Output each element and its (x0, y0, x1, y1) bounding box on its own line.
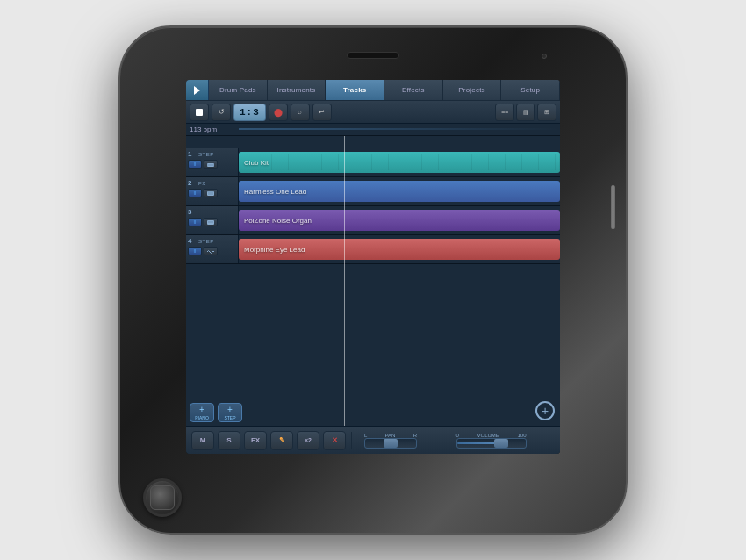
table-row: 3 II (186, 206, 560, 235)
loop-button[interactable]: ↺ (212, 104, 231, 121)
track-1-content[interactable]: Club Kit (239, 148, 560, 176)
volume-button[interactable] (611, 185, 615, 229)
bottom-toolbar: M S FX ✎ ×2 ✕ (186, 426, 560, 454)
tracks-area: 1 STEP II (186, 136, 560, 426)
stop-icon (196, 109, 203, 116)
track-3-btns: II (188, 218, 236, 226)
loop-icon: ↺ (219, 108, 225, 116)
duplicate-button[interactable]: ×2 (297, 431, 319, 450)
track-4-instrument-icon[interactable] (204, 247, 218, 255)
track-2-instrument-icon[interactable] (204, 189, 218, 197)
track-4-label: STEP (198, 239, 214, 244)
pencil-icon: ✎ (279, 436, 285, 444)
grid-icon: ⊞ (544, 109, 549, 116)
undo-button[interactable]: ↩ (312, 104, 332, 121)
track-1-bar: Club Kit (239, 152, 560, 173)
track-1-label: STEP (198, 152, 214, 157)
track-3-controls: 3 II (186, 206, 239, 234)
duplicate-icon: ×2 (305, 437, 312, 443)
add-step-icon: + (227, 405, 233, 414)
phone-shell: Drum Pads Instruments Tracks Effects Pro… (118, 25, 628, 535)
volume-min-label: 0 (456, 433, 459, 438)
mute-button[interactable]: M (191, 431, 214, 450)
volume-center-label: VOLUME (477, 433, 499, 438)
track-2-number: 2 (188, 179, 197, 187)
track-2-btns: II (188, 189, 236, 197)
pan-thumb (384, 439, 398, 448)
add-tracks-section: + PIANO + STEP (190, 403, 242, 422)
add-piano-button[interactable]: + PIANO (190, 403, 214, 422)
delete-button[interactable]: ✕ (323, 431, 346, 450)
pan-section: L PAN R (364, 433, 417, 449)
track-1-mute-btn[interactable]: II (188, 160, 202, 169)
list-icon: ≡≡ (501, 109, 508, 115)
wave-icon (206, 248, 215, 255)
track-4-name: Morphine Eye Lead (244, 246, 305, 254)
playhead (344, 136, 345, 426)
add-piano-icon: + (199, 405, 204, 414)
play-icon (194, 86, 200, 95)
tab-tracks[interactable]: Tracks (326, 80, 384, 100)
nav-bar: Drum Pads Instruments Tracks Effects Pro… (186, 80, 560, 101)
track-2-name: Harmless One Lead (244, 188, 306, 196)
track-4-bar: Morphine Eye Lead (239, 239, 560, 260)
track-4-controls: 4 STEP II (186, 235, 239, 263)
solo-button[interactable]: S (218, 431, 240, 450)
camera (542, 54, 547, 59)
track-1-number: 1 (188, 150, 197, 158)
track-4-btns: II (188, 247, 236, 255)
undo-icon: ↩ (319, 108, 325, 116)
record-button[interactable]: ⬤ (269, 104, 288, 121)
track-3-bar: PoiZone Noise Organ (239, 210, 560, 231)
view-buttons: ≡≡ ▤ ⊞ (495, 104, 556, 121)
fx-button[interactable]: FX (244, 431, 267, 450)
track-3-instrument-icon[interactable] (204, 218, 218, 226)
track-1-instrument-icon[interactable] (204, 160, 218, 169)
track-3-content[interactable]: PoiZone Noise Organ (239, 206, 560, 234)
table-row: 1 STEP II (186, 148, 560, 177)
play-button[interactable] (186, 80, 209, 100)
pencil-button[interactable]: ✎ (270, 431, 293, 450)
stop-button[interactable] (190, 104, 209, 121)
bpm-bar: 113 bpm (186, 124, 560, 136)
track-1-controls: 1 STEP II (186, 148, 239, 176)
list-view-button[interactable]: ≡≡ (495, 104, 514, 121)
pan-labels: L PAN R (364, 433, 417, 438)
tab-instruments[interactable]: Instruments (268, 80, 326, 100)
add-track-circle-button[interactable]: + (535, 401, 555, 420)
home-button[interactable] (143, 478, 182, 517)
volume-labels: 0 VOLUME 100 (456, 433, 527, 438)
volume-section: 0 VOLUME 100 (427, 433, 555, 449)
track-4-content[interactable]: Morphine Eye Lead (239, 235, 560, 263)
track-2-content[interactable]: Harmless One Lead (239, 177, 560, 205)
track-2-mute-btn[interactable]: II (188, 189, 202, 197)
volume-max-label: 100 (517, 433, 526, 438)
add-piano-label: PIANO (195, 415, 209, 420)
pan-slider[interactable] (364, 438, 417, 449)
tab-effects[interactable]: Effects (384, 80, 443, 100)
track-2-controls: 2 FX II (186, 177, 239, 205)
track-2-label: FX (198, 181, 206, 186)
keys-icon (206, 190, 215, 197)
volume-thumb (494, 439, 508, 448)
track-list: 1 STEP II (186, 148, 560, 399)
screen-bezel: Drum Pads Instruments Tracks Effects Pro… (186, 80, 560, 454)
track-4-number: 4 (188, 237, 197, 245)
app-screen: Drum Pads Instruments Tracks Effects Pro… (186, 80, 560, 454)
track-2-bar: Harmless One Lead (239, 181, 560, 202)
track-4-mute-btn[interactable]: II (188, 247, 202, 255)
tab-projects[interactable]: Projects (443, 80, 502, 100)
detail-view-button[interactable]: ▤ (516, 104, 535, 121)
track-3-mute-btn[interactable]: II (188, 218, 202, 226)
tab-setup[interactable]: Setup (501, 80, 560, 100)
pan-left-label: L (364, 433, 367, 438)
add-step-button[interactable]: + STEP (218, 403, 242, 422)
tab-drum-pads[interactable]: Drum Pads (209, 80, 268, 100)
record-icon: ⬤ (274, 108, 283, 117)
add-step-label: STEP (224, 415, 235, 420)
separator-1 (351, 432, 352, 449)
bpm-display[interactable]: 1:3 (233, 104, 266, 121)
grid-view-button[interactable]: ⊞ (537, 104, 556, 121)
zoom-button[interactable]: ⌕ (291, 104, 310, 121)
volume-slider[interactable] (456, 438, 527, 449)
